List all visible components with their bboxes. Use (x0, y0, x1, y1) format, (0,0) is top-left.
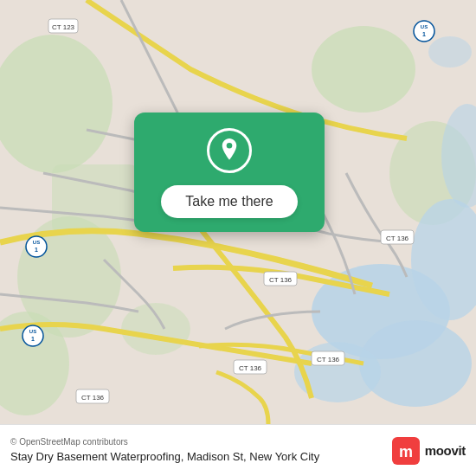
moovit-brand-text: moovit (425, 443, 466, 458)
moovit-icon: m (392, 437, 420, 465)
svg-text:1: 1 (422, 31, 426, 37)
svg-text:CT 136: CT 136 (386, 235, 409, 242)
svg-text:US: US (33, 240, 40, 245)
svg-text:US: US (29, 329, 36, 334)
footer-left: © OpenStreetMap contributors Stay Dry Ba… (10, 437, 319, 465)
svg-point-13 (428, 36, 472, 68)
copyright-text: © OpenStreetMap contributors (10, 437, 319, 447)
svg-text:1: 1 (35, 247, 38, 253)
svg-text:CT 136: CT 136 (81, 394, 105, 402)
svg-text:CT 136: CT 136 (269, 276, 293, 284)
location-card: Take me there (134, 113, 325, 232)
svg-text:m: m (399, 443, 413, 460)
pin-svg (217, 138, 241, 163)
svg-text:CT 136: CT 136 (239, 364, 262, 372)
business-title: Stay Dry Basement Waterproofing, Madison… (10, 450, 319, 465)
svg-rect-6 (52, 164, 138, 234)
take-me-there-button[interactable]: Take me there (161, 185, 297, 218)
svg-text:CT 123: CT 123 (52, 23, 75, 31)
svg-text:CT 136: CT 136 (317, 356, 340, 363)
svg-point-2 (312, 26, 415, 113)
pin-icon (207, 128, 252, 173)
svg-text:1: 1 (31, 336, 35, 342)
footer: © OpenStreetMap contributors Stay Dry Ba… (0, 424, 476, 476)
svg-point-35 (227, 143, 233, 149)
map-container: CT 123 US 1 US 1 CT 136 CT 136 CT 136 CT… (0, 0, 476, 424)
moovit-logo: m moovit (392, 437, 466, 465)
svg-text:US: US (421, 24, 428, 29)
